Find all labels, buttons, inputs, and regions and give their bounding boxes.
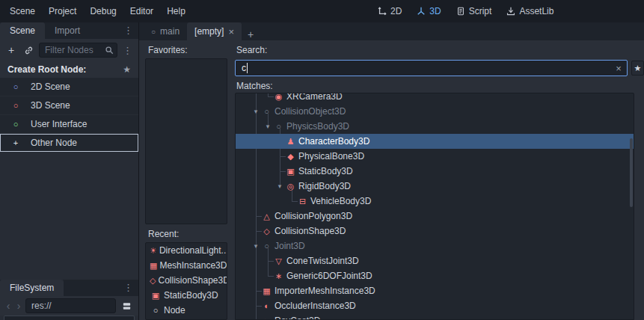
scene-tab-empty[interactable]: [empty] × (187, 22, 242, 40)
root-option-other-node[interactable]: + Other Node (0, 134, 138, 152)
dock-menu-icon[interactable]: ⋮ (118, 22, 138, 39)
history-forward-icon[interactable]: › (15, 300, 22, 312)
collision-shape-icon: ◇ (261, 227, 272, 236)
tree-item-characterbody3d[interactable]: ♟ CharacterBody3D (236, 134, 634, 149)
assetlib-label: AssetLib (519, 6, 553, 16)
recent-item-node[interactable]: ○ Node (146, 303, 227, 318)
tab-scene[interactable]: Scene (0, 22, 45, 39)
filter-nodes-box (39, 43, 117, 58)
favorites-panel (145, 58, 227, 224)
history-back-icon[interactable]: ‹ (4, 300, 12, 312)
close-tab-icon[interactable]: × (228, 27, 234, 37)
split-view-icon (122, 301, 132, 311)
tree-scrollbar[interactable] (630, 138, 633, 207)
editor-3d-label: 3D (429, 6, 441, 16)
collapse-arrow-icon[interactable]: ▾ (251, 242, 261, 250)
occluder-instance-icon: ◐ (261, 301, 272, 310)
node-search-input[interactable] (235, 60, 628, 76)
menubar: Scene Project Debug Editor Help 2D 3D Sc… (0, 0, 644, 22)
menu-editor[interactable]: Editor (123, 0, 160, 22)
root-option-2d-scene[interactable]: ○ 2D Scene (0, 78, 138, 96)
add-scene-tab-button[interactable]: + (242, 28, 260, 40)
tree-item-collisionpolygon3d[interactable]: △ CollisionPolygon3D (236, 209, 634, 224)
collision-object-icon: ○ (261, 107, 272, 116)
root-option-3d-scene[interactable]: ○ 3D Scene (0, 96, 138, 114)
directional-light-icon: ☀ (150, 246, 157, 256)
root-option-user-interface[interactable]: ○ User Interface (0, 115, 138, 133)
tab-import[interactable]: Import (45, 22, 90, 39)
create-root-node-header: Create Root Node: ★ (0, 61, 138, 78)
ray-cast-icon: ↘ (261, 316, 272, 320)
xr-camera-icon: ◉ (273, 93, 284, 102)
tree-item-physicalbone3d[interactable]: ◆ PhysicalBone3D (236, 149, 634, 164)
importer-mesh-instance-icon: ▦ (261, 286, 272, 296)
scene-tree-menu-icon[interactable]: ⋮ (121, 45, 134, 56)
left-dock: Scene Import ⋮ + ⋮ Create Root Node: ★ ○… (0, 22, 139, 320)
scene-tab-main[interactable]: ○ main (144, 22, 187, 40)
collapse-arrow-icon[interactable]: ▾ (275, 182, 285, 190)
editor-script-button[interactable]: Script (453, 2, 496, 20)
add-node-button[interactable]: + (4, 43, 18, 58)
tree-item-collisionobject3d[interactable]: ▾ ○ CollisionObject3D (236, 104, 634, 119)
generic-6dof-joint-icon: ∗ (273, 271, 284, 281)
editor-2d-label: 2D (390, 6, 402, 16)
tree-item-joint3d[interactable]: ▾ ○ Joint3D (236, 239, 634, 253)
filesystem-toolbar: ‹ › res:// (0, 296, 138, 316)
tree-item-importermeshinstance3d[interactable]: ▦ ImporterMeshInstance3D (236, 283, 634, 298)
node-3d-icon: ○ (10, 101, 22, 110)
scene-toolbar: + ⋮ (0, 39, 138, 61)
tree-item-conetwistjoint3d[interactable]: ▽ ConeTwistJoint3D (236, 253, 634, 268)
menu-help[interactable]: Help (160, 0, 192, 22)
menu-project[interactable]: Project (42, 0, 83, 22)
favorites-star-icon[interactable]: ★ (123, 64, 131, 75)
filesystem-path[interactable]: res:// (25, 298, 116, 313)
tree-item-staticbody3d[interactable]: ▣ StaticBody3D (236, 164, 634, 179)
tree-item-rigidbody3d[interactable]: ▾ ◎ RigidBody3D (236, 179, 634, 194)
download-icon (506, 7, 515, 16)
editor-2d-button[interactable]: 2D (374, 2, 405, 20)
node-2d-icon: ○ (10, 82, 22, 91)
search-label: Search: (236, 45, 267, 55)
filesystem-filter-input[interactable] (4, 316, 135, 320)
vehicle-body-icon: ⊟ (297, 197, 308, 206)
toggle-split-mode-button[interactable] (119, 298, 134, 313)
2d-axes-icon (378, 7, 387, 16)
recent-label: Recent: (148, 229, 179, 239)
collapse-arrow-icon[interactable]: ▾ (263, 123, 273, 130)
main-menus: Scene Project Debug Editor Help (0, 0, 192, 22)
editor-3d-button[interactable]: 3D (413, 2, 444, 20)
recent-item-staticbody3d[interactable]: ▣ StaticBody3D (146, 288, 227, 303)
clear-search-icon[interactable]: × (613, 62, 625, 74)
character-body-icon: ♟ (285, 137, 296, 147)
recent-item-directionallight[interactable]: ☀ DirectionalLight... (146, 243, 227, 258)
collision-polygon-icon: △ (261, 212, 272, 221)
scene-node-icon: ○ (151, 28, 156, 36)
node-icon: ○ (150, 306, 162, 315)
scene-tab-bar: ○ main [empty] × + (139, 22, 644, 40)
plus-icon: + (10, 138, 22, 147)
tree-item-occluderinstance3d[interactable]: ◐ OccluderInstance3D (236, 298, 634, 313)
matches-tree: ◉ XRCamera3D ▾ ○ CollisionObject3D ▾ ○ P… (235, 93, 634, 320)
menu-scene[interactable]: Scene (3, 0, 42, 22)
favorites-label: Favorites: (148, 45, 188, 55)
tree-item-collisionshape3d[interactable]: ◇ CollisionShape3D (236, 224, 634, 239)
tree-item-raycast3d[interactable]: ↘ RayCast3D (236, 313, 634, 320)
recent-item-meshinstance3d[interactable]: ▦ MeshInstance3D (146, 258, 227, 273)
toggle-favorite-button[interactable]: ★ (631, 61, 644, 76)
recent-item-collisionshape3d[interactable]: ◇ CollisionShape3D (146, 273, 227, 288)
recent-panel: ☀ DirectionalLight... ▦ MeshInstance3D ◇… (145, 242, 227, 320)
control-node-icon: ○ (10, 120, 22, 129)
tree-item-xrcamera3d[interactable]: ◉ XRCamera3D (236, 93, 634, 104)
instance-scene-button[interactable] (22, 43, 35, 58)
tree-item-physicsbody3d[interactable]: ▾ ○ PhysicsBody3D (236, 119, 634, 134)
tab-filesystem[interactable]: FileSystem (0, 280, 64, 296)
tree-item-vehiclebody3d[interactable]: ⊟ VehicleBody3D (236, 194, 634, 209)
tree-item-generic6dofjoint3d[interactable]: ∗ Generic6DOFJoint3D (236, 268, 634, 283)
filesystem-menu-icon[interactable]: ⋮ (118, 280, 138, 296)
static-body-icon: ▣ (150, 291, 162, 301)
link-icon (24, 46, 34, 55)
menu-debug[interactable]: Debug (83, 0, 123, 22)
assetlib-button[interactable]: AssetLib (503, 2, 557, 20)
create-new-node-dialog: Favorites: Recent: ☀ DirectionalLight...… (139, 40, 644, 320)
collapse-arrow-icon[interactable]: ▾ (251, 108, 261, 115)
